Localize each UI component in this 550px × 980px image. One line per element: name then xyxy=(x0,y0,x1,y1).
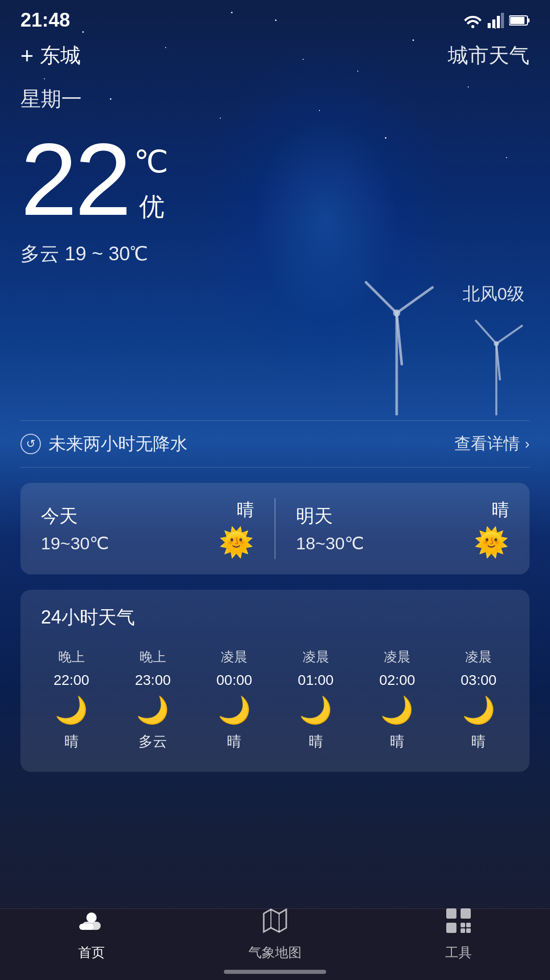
hourly-item: 凌晨 01:00 🌙 晴 xyxy=(275,643,356,756)
svg-rect-26 xyxy=(461,923,465,927)
tomorrow-icon-area: 晴 🌞 xyxy=(474,498,509,559)
today-weather-icon: 🌞 xyxy=(219,526,254,559)
tomorrow-weather: 晴 xyxy=(492,498,509,522)
hourly-time: 02:00 xyxy=(379,672,415,688)
hourly-period: 凌晨 xyxy=(465,648,492,666)
nav-item-首页[interactable]: 首页 xyxy=(0,907,184,962)
hourly-desc: 晴 xyxy=(471,732,486,751)
precip-icon: ↺ xyxy=(20,434,41,454)
nav-label-首页: 首页 xyxy=(78,944,105,962)
add-city-icon[interactable]: + xyxy=(20,44,34,67)
nav-item-工具[interactable]: 工具 xyxy=(366,907,550,962)
svg-rect-2 xyxy=(492,19,495,28)
hourly-time: 23:00 xyxy=(135,672,171,688)
hourly-section: 24小时天气 晚上 22:00 🌙 晴 晚上 23:00 🌙 多云 凌晨 00:… xyxy=(20,590,530,772)
svg-rect-1 xyxy=(488,23,491,28)
hourly-weather-icon: 🌙 xyxy=(136,695,169,726)
battery-icon xyxy=(509,15,530,26)
tomorrow-weather-icon: 🌞 xyxy=(474,526,509,559)
nav-item-气象地图[interactable]: 气象地图 xyxy=(184,907,367,962)
hourly-desc: 多云 xyxy=(139,732,167,751)
hourly-weather-icon: 🌙 xyxy=(299,695,332,726)
svg-rect-27 xyxy=(466,923,471,927)
home-indicator xyxy=(224,970,326,974)
svg-rect-6 xyxy=(510,17,524,24)
wind-turbine-2 xyxy=(468,313,524,417)
wifi-icon xyxy=(463,13,483,28)
hourly-weather-icon: 🌙 xyxy=(218,695,251,726)
precip-detail-link[interactable]: 查看详情 › xyxy=(454,433,530,455)
nav-icon-工具 xyxy=(445,907,472,940)
hourly-time: 01:00 xyxy=(298,672,334,688)
hourly-time: 00:00 xyxy=(216,672,252,688)
svg-rect-7 xyxy=(528,18,530,23)
svg-rect-24 xyxy=(461,908,471,919)
hourly-period: 凌晨 xyxy=(384,648,410,666)
svg-rect-4 xyxy=(501,13,504,28)
today-label: 今天 xyxy=(41,504,219,529)
hourly-desc: 晴 xyxy=(309,732,323,751)
today-icon-area: 晴 🌞 xyxy=(219,498,254,559)
svg-rect-23 xyxy=(446,908,456,919)
tomorrow-temp: 18~30℃ xyxy=(296,533,474,553)
header: + 东城 城市天气 xyxy=(0,36,550,70)
svg-line-14 xyxy=(476,321,496,344)
hourly-period: 晚上 xyxy=(58,648,85,666)
svg-point-0 xyxy=(471,25,474,28)
weather-description: 多云 19 ~ 30℃ xyxy=(0,231,550,267)
today-weather: 晴 xyxy=(237,498,254,522)
svg-point-18 xyxy=(86,912,97,923)
nav-icon-首页 xyxy=(78,907,105,940)
hourly-desc: 晴 xyxy=(390,732,404,751)
hourly-desc: 晴 xyxy=(227,732,241,751)
svg-point-17 xyxy=(494,341,499,346)
bottom-navigation: 首页 气象地图 工具 xyxy=(0,908,550,980)
hourly-weather-icon: 🌙 xyxy=(55,695,88,726)
hourly-period: 凌晨 xyxy=(303,648,329,666)
precipitation-bar[interactable]: ↺ 未来两小时无降水 查看详情 › xyxy=(20,420,530,467)
today-forecast: 今天 19~30℃ xyxy=(41,504,219,553)
hourly-item: 晚上 23:00 🌙 多云 xyxy=(112,643,193,756)
hourly-item: 凌晨 00:00 🌙 晴 xyxy=(194,643,275,756)
temperature-section: 22 ℃ 优 xyxy=(0,113,550,231)
svg-rect-25 xyxy=(446,923,456,933)
hourly-item: 晚上 22:00 🌙 晴 xyxy=(31,643,112,756)
svg-point-12 xyxy=(393,309,400,317)
status-bar: 21:48 xyxy=(0,0,550,36)
precip-detail-text: 查看详情 xyxy=(454,433,520,455)
hourly-grid: 晚上 22:00 🌙 晴 晚上 23:00 🌙 多云 凌晨 00:00 🌙 晴 … xyxy=(31,643,519,756)
signal-icon xyxy=(488,13,504,28)
wind-turbine-1 xyxy=(356,272,438,417)
hourly-weather-icon: 🌙 xyxy=(462,695,495,726)
svg-rect-28 xyxy=(461,928,465,933)
svg-rect-3 xyxy=(497,16,500,28)
temperature-value: 22 xyxy=(20,128,129,231)
status-time: 21:48 xyxy=(20,9,70,31)
svg-line-15 xyxy=(496,326,522,344)
status-icons xyxy=(463,13,530,28)
location-area[interactable]: + 东城 xyxy=(20,41,81,70)
svg-rect-29 xyxy=(466,928,471,933)
hourly-period: 晚上 xyxy=(140,648,166,666)
wind-area: 北风0级 xyxy=(0,272,550,415)
hourly-time: 03:00 xyxy=(461,672,496,688)
hourly-time: 22:00 xyxy=(54,672,89,688)
svg-rect-20 xyxy=(79,924,94,930)
precip-info: ↺ 未来两小时无降水 xyxy=(20,432,188,456)
hourly-desc: 晴 xyxy=(64,732,79,751)
air-quality-label: 优 xyxy=(139,190,168,224)
hourly-title: 24小时天气 xyxy=(31,605,519,643)
chevron-right-icon: › xyxy=(525,436,530,452)
nav-label-气象地图: 气象地图 xyxy=(248,944,302,962)
svg-line-9 xyxy=(366,282,397,313)
hourly-item: 凌晨 02:00 🌙 晴 xyxy=(356,643,438,756)
page-title: 城市天气 xyxy=(448,41,530,70)
nav-label-工具: 工具 xyxy=(445,944,472,962)
day-of-week: 星期一 xyxy=(0,70,550,113)
forecast-divider xyxy=(274,498,276,559)
today-temp: 19~30℃ xyxy=(41,533,219,553)
tomorrow-forecast: 明天 18~30℃ xyxy=(296,504,474,553)
forecast-card: 今天 19~30℃ 晴 🌞 明天 18~30℃ 晴 🌞 xyxy=(20,483,530,574)
svg-line-10 xyxy=(397,287,432,313)
tomorrow-label: 明天 xyxy=(296,504,474,529)
